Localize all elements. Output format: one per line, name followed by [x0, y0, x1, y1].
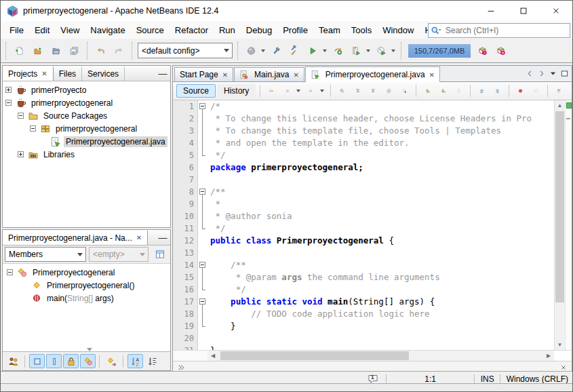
scroll-tabs-left-icon[interactable] [526, 69, 534, 78]
maximize-icon[interactable] [507, 1, 540, 21]
filter-sort-alpha-button[interactable]: AZ [127, 354, 143, 368]
nav-back-dropdown-icon[interactable] [296, 90, 300, 92]
tree-item-source-packages[interactable]: Source Packages [3, 109, 170, 122]
debug-dropdown-icon[interactable] [366, 50, 370, 52]
menu-window[interactable]: Window [377, 23, 419, 37]
code-line[interactable]: 4 * and open the template in the editor. [173, 137, 554, 149]
code-line[interactable]: 9 * [173, 198, 554, 210]
build-button[interactable] [267, 41, 285, 60]
menu-edit[interactable]: Edit [29, 23, 55, 37]
minimize-panel-icon[interactable]: — [155, 231, 170, 245]
code-line[interactable]: 10 * @author sonia [173, 210, 554, 222]
close-icon[interactable]: ✕ [293, 71, 298, 79]
config-select[interactable]: <default config> [138, 43, 233, 58]
find-button[interactable] [335, 84, 349, 98]
horizontal-scrollbar[interactable]: ◀ ▶ [173, 350, 572, 361]
vertical-scrollbar[interactable]: ▲ ▼ [554, 100, 565, 350]
menu-refactor[interactable]: Refactor [170, 23, 214, 37]
tab-services[interactable]: Services [82, 66, 125, 81]
watch-button[interactable] [529, 84, 543, 98]
ide-default-dropdown-icon[interactable] [261, 50, 265, 52]
filter-inner-class-button[interactable] [80, 354, 96, 368]
collapse-icon[interactable] [18, 113, 26, 119]
ide-default-button[interactable] [242, 41, 260, 60]
caret-position[interactable]: 1:1 [390, 374, 471, 384]
code-line[interactable]: 20 [173, 332, 554, 345]
tab-projects[interactable]: Projects✕ [3, 66, 54, 81]
comment-button[interactable] [552, 84, 566, 98]
menu-source[interactable]: Source [131, 23, 170, 37]
profile-dropdown-icon[interactable] [391, 50, 395, 52]
editor-tab-start-page[interactable]: Start Page✕ [174, 67, 233, 81]
tree-item-primerproyecto[interactable]: primerProyecto [3, 83, 170, 96]
filter-fields-button[interactable] [29, 354, 45, 368]
menu-file[interactable]: File [4, 23, 29, 37]
filter-sort-source-button[interactable] [144, 354, 160, 368]
fold-column[interactable] [197, 296, 208, 308]
hscroll-thumb[interactable] [220, 351, 409, 360]
code-line[interactable]: 17 public static void main(String[] args… [173, 296, 554, 308]
minimize-panel-icon[interactable]: — [155, 66, 170, 81]
collapse-icon[interactable] [7, 269, 15, 275]
clean-build-button[interactable] [285, 41, 304, 60]
fold-collapse-icon[interactable] [199, 189, 205, 195]
navigator-item[interactable]: Primerproyectogeneral [3, 266, 170, 279]
new-file-button[interactable] [10, 41, 28, 60]
code-line[interactable]: 13 [173, 247, 554, 259]
quick-search[interactable] [428, 23, 570, 38]
editor-tab-main-java[interactable]: Main.java✕ [234, 67, 304, 81]
members-combobox[interactable]: Members [5, 247, 86, 262]
nav-fwd-button[interactable] [304, 84, 318, 98]
tree-item-primerproyectogeneral[interactable]: primerproyectogeneral [3, 96, 170, 109]
scroll-right-icon[interactable]: ▶ [543, 351, 554, 361]
menu-profile[interactable]: Profile [277, 23, 313, 37]
editor-tab-primerproyectogeneral-java[interactable]: Primerproyectogeneral.java✕ [305, 66, 440, 82]
scroll-down-icon[interactable]: ▼ [555, 340, 565, 350]
fold-column[interactable] [197, 100, 208, 113]
menu-run[interactable]: Run [214, 23, 241, 37]
scroll-left-icon[interactable]: ◀ [208, 351, 218, 361]
run-button[interactable] [304, 41, 322, 60]
code-line[interactable]: 6package primerproyectogeneral; [173, 161, 554, 174]
splitter-grip-icon[interactable] [87, 348, 92, 351]
find-prev-button[interactable] [351, 84, 365, 98]
insert-mode[interactable]: INS [478, 374, 497, 384]
source-view-button[interactable]: Source [176, 84, 216, 98]
shift-right-button[interactable] [490, 84, 505, 98]
code-line[interactable]: 16 */ [173, 283, 554, 296]
rerun-button[interactable] [329, 41, 347, 60]
code-line[interactable]: 11 */ [173, 222, 554, 235]
toggle-highlight-button[interactable] [382, 84, 396, 98]
collapse-icon[interactable] [30, 125, 38, 132]
code-line[interactable]: 12public class Primerproyectogeneral { [173, 235, 554, 247]
uncomment-button[interactable] [568, 84, 573, 98]
profile-clock-button[interactable] [473, 41, 492, 60]
code-area[interactable]: 1/*2 * To change this license header, ch… [173, 100, 554, 350]
bm-prev-button[interactable] [420, 84, 435, 98]
shift-left-button[interactable] [475, 84, 489, 98]
code-line[interactable]: 14 /** [173, 259, 554, 271]
close-icon[interactable] [540, 1, 572, 21]
close-icon[interactable]: ✕ [136, 234, 142, 241]
fold-column[interactable] [197, 186, 208, 198]
memory-indicator[interactable]: 150,7/267,0MB [408, 44, 471, 58]
open-project-button[interactable] [47, 41, 65, 60]
code-line[interactable]: 21} [173, 345, 554, 350]
redo-button[interactable] [110, 41, 128, 60]
tree-item-primerproyectogeneral-java[interactable]: Primerproyectogeneral.java [3, 135, 170, 148]
tree-item-primerproyectogeneral[interactable]: primerproyectogeneral [3, 122, 170, 135]
menu-tools[interactable]: Tools [346, 23, 377, 37]
menu-debug[interactable]: Debug [241, 23, 277, 37]
code-line[interactable]: 1/* [173, 100, 554, 113]
new-project-button[interactable] [28, 41, 47, 60]
menu-navigate[interactable]: Navigate [85, 23, 130, 37]
code-line[interactable]: 18 // TODO code application logic here [173, 308, 554, 320]
code-line[interactable]: 8/** [173, 186, 554, 198]
menu-team[interactable]: Team [313, 23, 346, 37]
filter-inherited-button[interactable] [5, 354, 21, 368]
fold-collapse-icon[interactable] [199, 298, 205, 305]
code-line[interactable]: 15 * @param args the command line argume… [173, 271, 554, 283]
undo-button[interactable] [92, 41, 110, 60]
line-ending[interactable]: Windows (CRLF) [504, 374, 572, 384]
scroll-up-icon[interactable]: ▲ [555, 100, 565, 111]
